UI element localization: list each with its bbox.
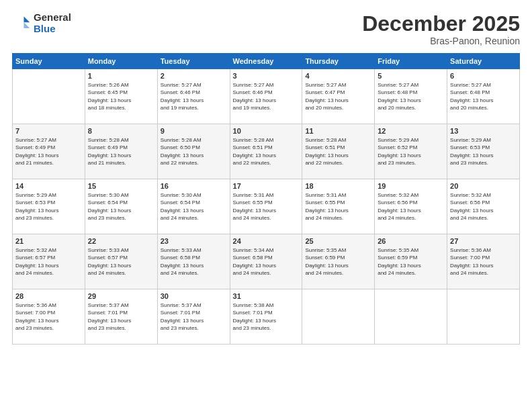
day-info: Sunrise: 5:27 AM Sunset: 6:48 PM Dayligh…	[378, 81, 444, 111]
week-row-2: 7Sunrise: 5:27 AM Sunset: 6:49 PM Daylig…	[13, 124, 520, 179]
day-info: Sunrise: 5:33 AM Sunset: 6:58 PM Dayligh…	[161, 246, 227, 277]
day-info: Sunrise: 5:27 AM Sunset: 6:47 PM Dayligh…	[305, 81, 371, 111]
week-row-1: 1Sunrise: 5:26 AM Sunset: 6:45 PM Daylig…	[13, 69, 520, 124]
calendar-cell	[447, 289, 520, 345]
calendar-cell: 7Sunrise: 5:27 AM Sunset: 6:49 PM Daylig…	[13, 124, 85, 179]
logo-general: General	[34, 11, 71, 23]
week-row-5: 28Sunrise: 5:36 AM Sunset: 7:00 PM Dayli…	[13, 289, 520, 345]
day-info: Sunrise: 5:37 AM Sunset: 7:01 PM Dayligh…	[88, 302, 154, 332]
day-info: Sunrise: 5:28 AM Sunset: 6:49 PM Dayligh…	[88, 136, 154, 167]
calendar-cell	[13, 69, 85, 124]
day-info: Sunrise: 5:29 AM Sunset: 6:53 PM Dayligh…	[15, 191, 82, 222]
page: General Blue December 2025 Bras-Panon, R…	[0, 0, 532, 411]
svg-marker-0	[24, 16, 30, 22]
day-number: 29	[88, 292, 154, 300]
day-number: 8	[88, 127, 154, 135]
day-info: Sunrise: 5:28 AM Sunset: 6:51 PM Dayligh…	[233, 136, 300, 167]
day-number: 3	[233, 72, 300, 80]
calendar-cell: 1Sunrise: 5:26 AM Sunset: 6:45 PM Daylig…	[85, 69, 157, 124]
day-header-monday: Monday	[85, 54, 157, 69]
day-header-tuesday: Tuesday	[157, 54, 230, 69]
day-number: 1	[88, 72, 154, 80]
day-header-saturday: Saturday	[447, 54, 520, 69]
day-number: 7	[15, 127, 82, 135]
day-header-thursday: Thursday	[302, 54, 375, 69]
calendar-cell: 2Sunrise: 5:27 AM Sunset: 6:46 PM Daylig…	[157, 69, 230, 124]
day-number: 5	[378, 72, 444, 80]
day-number: 25	[305, 237, 371, 245]
calendar-cell: 20Sunrise: 5:32 AM Sunset: 6:56 PM Dayli…	[447, 179, 520, 234]
day-header-friday: Friday	[375, 54, 447, 69]
day-info: Sunrise: 5:27 AM Sunset: 6:46 PM Dayligh…	[233, 81, 300, 111]
calendar-cell: 8Sunrise: 5:28 AM Sunset: 6:49 PM Daylig…	[85, 124, 157, 179]
calendar-cell: 14Sunrise: 5:29 AM Sunset: 6:53 PM Dayli…	[13, 179, 85, 234]
day-number: 22	[88, 237, 154, 245]
day-number: 31	[233, 292, 300, 300]
day-header-sunday: Sunday	[13, 54, 85, 69]
day-number: 30	[161, 292, 227, 300]
day-number: 23	[161, 237, 227, 245]
day-number: 15	[88, 182, 154, 190]
header: General Blue December 2025 Bras-Panon, R…	[12, 12, 520, 46]
day-info: Sunrise: 5:32 AM Sunset: 6:56 PM Dayligh…	[450, 191, 517, 222]
calendar-cell: 15Sunrise: 5:30 AM Sunset: 6:54 PM Dayli…	[85, 179, 157, 234]
day-info: Sunrise: 5:29 AM Sunset: 6:52 PM Dayligh…	[378, 136, 444, 167]
day-number: 24	[233, 237, 300, 245]
day-info: Sunrise: 5:31 AM Sunset: 6:55 PM Dayligh…	[305, 191, 371, 222]
calendar-cell: 30Sunrise: 5:37 AM Sunset: 7:01 PM Dayli…	[157, 289, 230, 345]
day-number: 20	[450, 182, 517, 190]
calendar-cell: 11Sunrise: 5:28 AM Sunset: 6:51 PM Dayli…	[302, 124, 375, 179]
day-number: 9	[161, 127, 227, 135]
day-number: 19	[378, 182, 444, 190]
day-info: Sunrise: 5:35 AM Sunset: 6:59 PM Dayligh…	[378, 246, 444, 277]
calendar-cell	[375, 289, 447, 345]
day-number: 13	[450, 127, 517, 135]
calendar-cell: 10Sunrise: 5:28 AM Sunset: 6:51 PM Dayli…	[230, 124, 302, 179]
day-number: 6	[450, 72, 517, 80]
calendar-cell: 18Sunrise: 5:31 AM Sunset: 6:55 PM Dayli…	[302, 179, 375, 234]
day-number: 17	[233, 182, 300, 190]
calendar-cell: 9Sunrise: 5:28 AM Sunset: 6:50 PM Daylig…	[157, 124, 230, 179]
logo: General Blue	[12, 12, 71, 34]
day-info: Sunrise: 5:36 AM Sunset: 7:00 PM Dayligh…	[15, 302, 82, 332]
month-title: December 2025	[362, 12, 520, 36]
day-info: Sunrise: 5:27 AM Sunset: 6:46 PM Dayligh…	[161, 81, 227, 111]
calendar-cell: 5Sunrise: 5:27 AM Sunset: 6:48 PM Daylig…	[375, 69, 447, 124]
day-number: 27	[450, 237, 517, 245]
day-header-wednesday: Wednesday	[230, 54, 302, 69]
calendar-cell: 28Sunrise: 5:36 AM Sunset: 7:00 PM Dayli…	[13, 289, 85, 345]
day-number: 12	[378, 127, 444, 135]
svg-marker-1	[24, 22, 30, 28]
logo-icon	[12, 14, 31, 33]
day-info: Sunrise: 5:27 AM Sunset: 6:48 PM Dayligh…	[450, 81, 517, 111]
calendar-cell: 21Sunrise: 5:32 AM Sunset: 6:57 PM Dayli…	[13, 234, 85, 289]
calendar-cell: 22Sunrise: 5:33 AM Sunset: 6:57 PM Dayli…	[85, 234, 157, 289]
logo-text: General Blue	[34, 12, 71, 34]
calendar-cell: 4Sunrise: 5:27 AM Sunset: 6:47 PM Daylig…	[302, 69, 375, 124]
calendar-cell: 16Sunrise: 5:30 AM Sunset: 6:54 PM Dayli…	[157, 179, 230, 234]
day-number: 21	[15, 237, 82, 245]
calendar-cell: 25Sunrise: 5:35 AM Sunset: 6:59 PM Dayli…	[302, 234, 375, 289]
calendar-cell: 6Sunrise: 5:27 AM Sunset: 6:48 PM Daylig…	[447, 69, 520, 124]
day-info: Sunrise: 5:37 AM Sunset: 7:01 PM Dayligh…	[161, 302, 227, 332]
calendar-cell: 12Sunrise: 5:29 AM Sunset: 6:52 PM Dayli…	[375, 124, 447, 179]
calendar-cell: 24Sunrise: 5:34 AM Sunset: 6:58 PM Dayli…	[230, 234, 302, 289]
day-info: Sunrise: 5:29 AM Sunset: 6:53 PM Dayligh…	[450, 136, 517, 167]
header-row: SundayMondayTuesdayWednesdayThursdayFrid…	[13, 54, 520, 69]
calendar-cell: 3Sunrise: 5:27 AM Sunset: 6:46 PM Daylig…	[230, 69, 302, 124]
week-row-4: 21Sunrise: 5:32 AM Sunset: 6:57 PM Dayli…	[13, 234, 520, 289]
calendar-cell: 17Sunrise: 5:31 AM Sunset: 6:55 PM Dayli…	[230, 179, 302, 234]
calendar-cell: 29Sunrise: 5:37 AM Sunset: 7:01 PM Dayli…	[85, 289, 157, 345]
day-number: 18	[305, 182, 371, 190]
day-info: Sunrise: 5:38 AM Sunset: 7:01 PM Dayligh…	[233, 302, 300, 332]
calendar-cell	[302, 289, 375, 345]
title-block: December 2025 Bras-Panon, Reunion	[362, 12, 520, 46]
day-info: Sunrise: 5:34 AM Sunset: 6:58 PM Dayligh…	[233, 246, 300, 277]
day-number: 11	[305, 127, 371, 135]
day-info: Sunrise: 5:36 AM Sunset: 7:00 PM Dayligh…	[450, 246, 517, 277]
calendar-table: SundayMondayTuesdayWednesdayThursdayFrid…	[12, 53, 520, 345]
day-info: Sunrise: 5:30 AM Sunset: 6:54 PM Dayligh…	[161, 191, 227, 222]
day-number: 4	[305, 72, 371, 80]
logo-blue: Blue	[34, 23, 56, 34]
day-info: Sunrise: 5:30 AM Sunset: 6:54 PM Dayligh…	[88, 191, 154, 222]
